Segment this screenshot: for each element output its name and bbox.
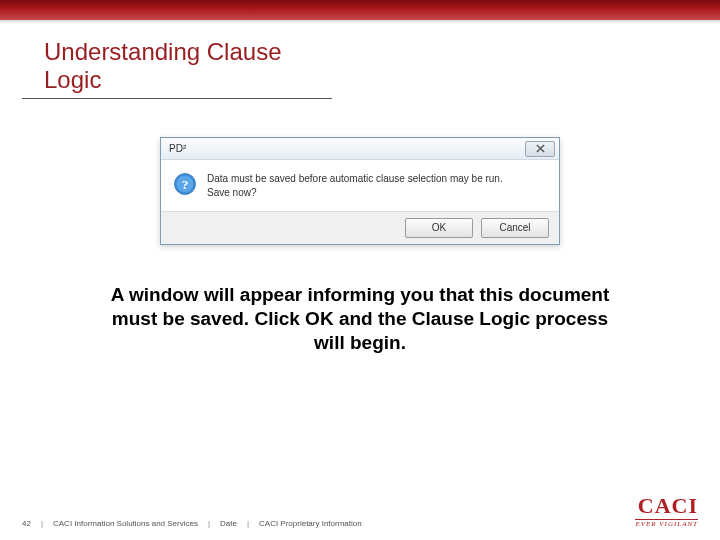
dialog-body: ? Data must be saved before automatic cl… [161,160,559,211]
slide-footer: 42 | CACI Information Solutions and Serv… [0,495,720,528]
footer-date: Date [220,519,237,528]
question-icon: ? [173,172,197,196]
svg-text:?: ? [182,177,189,192]
brand-logo: CACI EVER VIGILANT [635,495,698,528]
dialog-footer: OK Cancel [161,211,559,244]
slide-caption: A window will appear informing you that … [100,283,620,354]
dialog-message-line2: Save now? [207,186,503,200]
footer-org: CACI Information Solutions and Services [53,519,198,528]
dialog-container: PD² ? Data must be saved before automati… [0,137,720,245]
footer-left: 42 | CACI Information Solutions and Serv… [22,519,362,528]
ok-button[interactable]: OK [405,218,473,238]
logo-tagline: EVER VIGILANT [635,519,698,528]
page-title: Understanding Clause Logic [22,20,332,99]
dialog-title: PD² [169,143,186,154]
dialog-titlebar: PD² [161,138,559,160]
close-button[interactable] [525,141,555,157]
dialog-message: Data must be saved before automatic clau… [207,172,503,199]
footer-separator: | [41,519,43,528]
cancel-button[interactable]: Cancel [481,218,549,238]
footer-separator: | [208,519,210,528]
footer-proprietary: CACI Proprietary Information [259,519,362,528]
footer-separator: | [247,519,249,528]
dialog-message-line1: Data must be saved before automatic clau… [207,172,503,186]
page-number: 42 [22,519,31,528]
brand-top-bar [0,0,720,20]
save-dialog: PD² ? Data must be saved before automati… [160,137,560,245]
logo-text: CACI [635,495,698,517]
close-icon [536,144,545,153]
